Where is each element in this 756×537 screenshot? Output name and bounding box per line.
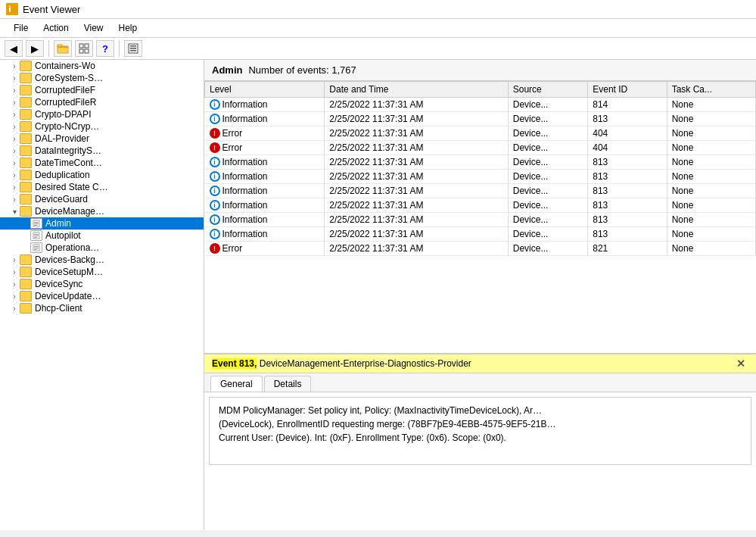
menu-action[interactable]: Action xyxy=(36,20,76,36)
sidebar-item-3[interactable]: ›CorruptedFileR xyxy=(0,96,204,108)
cell-datetime-4: 2/25/2022 11:37:31 AM xyxy=(325,155,508,170)
file-icon-14 xyxy=(30,230,42,241)
sidebar-item-9[interactable]: ›Deduplication xyxy=(0,169,204,181)
info-icon-1: i xyxy=(210,114,220,124)
sidebar-item-14[interactable]: Autopilot xyxy=(0,229,204,242)
svg-rect-17 xyxy=(34,225,37,226)
col-level[interactable]: Level xyxy=(205,82,325,98)
cell-level-4: iInformation xyxy=(205,155,325,170)
table-row-10[interactable]: !Error2/25/2022 11:37:31 AMDevice...821N… xyxy=(205,242,756,256)
menu-view[interactable]: View xyxy=(76,20,111,36)
file-icon-15 xyxy=(30,242,42,253)
sidebar-item-15[interactable]: Operationa… xyxy=(0,242,204,254)
cell-source-3: Device... xyxy=(508,141,588,155)
help-button[interactable]: ? xyxy=(96,40,114,57)
log-title: Admin xyxy=(212,64,242,76)
cell-source-10: Device... xyxy=(508,242,588,256)
detail-content: MDM PolicyManager: Set policy int, Polic… xyxy=(209,397,751,465)
cell-level-10: !Error xyxy=(205,242,325,256)
sidebar-item-1[interactable]: ›CoreSystem-S… xyxy=(0,72,204,84)
svg-rect-25 xyxy=(34,249,37,250)
menu-file[interactable]: File xyxy=(6,20,36,36)
menu-bar: File Action View Help xyxy=(0,19,756,38)
cell-eventid-10: 821 xyxy=(588,242,667,256)
col-eventid[interactable]: Event ID xyxy=(588,82,667,98)
sidebar-item-20[interactable]: ›Dhcp-Client xyxy=(0,302,204,314)
level-text-3: Error xyxy=(222,142,243,153)
sidebar-item-13[interactable]: Admin xyxy=(0,217,204,229)
table-row-8[interactable]: iInformation2/25/2022 11:37:31 AMDevice.… xyxy=(205,213,756,227)
sidebar-item-11[interactable]: ›DeviceGuard xyxy=(0,193,204,205)
cell-datetime-9: 2/25/2022 11:37:31 AM xyxy=(325,227,508,242)
svg-rect-24 xyxy=(34,248,39,248)
detail-close-button[interactable]: ✕ xyxy=(733,357,748,370)
table-row-6[interactable]: iInformation2/25/2022 11:37:31 AMDevice.… xyxy=(205,184,756,198)
svg-rect-23 xyxy=(34,246,39,247)
sidebar-item-8[interactable]: ›DateTimeCont… xyxy=(0,157,204,169)
cell-datetime-7: 2/25/2022 11:37:31 AM xyxy=(325,198,508,213)
sidebar-item-17[interactable]: ›DeviceSetupM… xyxy=(0,266,204,278)
table-row-5[interactable]: iInformation2/25/2022 11:37:31 AMDevice.… xyxy=(205,170,756,184)
sidebar-label-6: DAL-Provider xyxy=(35,133,89,144)
sidebar-item-12[interactable]: ▾DeviceManage… xyxy=(0,205,204,217)
table-row-4[interactable]: iInformation2/25/2022 11:37:31 AMDevice.… xyxy=(205,155,756,170)
level-text-10: Error xyxy=(222,243,243,254)
sidebar-label-8: DateTimeCont… xyxy=(35,158,102,168)
folder-icon-10 xyxy=(20,182,32,192)
folder-icon-5 xyxy=(20,121,32,132)
table-row-7[interactable]: iInformation2/25/2022 11:37:31 AMDevice.… xyxy=(205,198,756,213)
svg-rect-12 xyxy=(130,48,136,49)
open-folder-button[interactable] xyxy=(54,40,72,57)
cell-datetime-8: 2/25/2022 11:37:31 AM xyxy=(325,213,508,227)
table-row-9[interactable]: iInformation2/25/2022 11:37:31 AMDevice.… xyxy=(205,227,756,242)
back-button[interactable]: ◀ xyxy=(5,40,23,57)
level-text-2: Error xyxy=(222,128,243,139)
sidebar-item-10[interactable]: ›Desired State C… xyxy=(0,181,204,193)
detail-title-text: Event 813, DeviceManagement-Enterprise-D… xyxy=(212,358,471,369)
sidebar-item-7[interactable]: ›DataIntegrityS… xyxy=(0,145,204,157)
sidebar-item-2[interactable]: ›CorruptedFileF xyxy=(0,84,204,96)
cell-level-0: iInformation xyxy=(205,98,325,112)
sidebar-item-19[interactable]: ›DeviceUpdate… xyxy=(0,290,204,302)
col-taskcat[interactable]: Task Ca... xyxy=(667,82,755,98)
sidebar-label-16: Devices-Backg… xyxy=(35,254,104,265)
tab-general[interactable]: General xyxy=(210,376,263,392)
sidebar-item-18[interactable]: ›DeviceSync xyxy=(0,278,204,290)
events-table-container[interactable]: Level Date and Time Source Event ID Task… xyxy=(204,81,756,354)
svg-rect-0 xyxy=(8,5,17,14)
level-text-9: Information xyxy=(222,229,268,239)
cell-level-1: iInformation xyxy=(205,112,325,126)
grid-view-button[interactable] xyxy=(75,40,93,57)
sidebar-item-4[interactable]: ›Crypto-DPAPI xyxy=(0,108,204,120)
tab-details[interactable]: Details xyxy=(264,376,312,392)
forward-button[interactable]: ▶ xyxy=(26,40,44,57)
svg-rect-19 xyxy=(34,234,39,235)
svg-rect-15 xyxy=(34,222,39,223)
menu-help[interactable]: Help xyxy=(111,20,145,36)
info-icon-8: i xyxy=(210,214,220,225)
cell-source-6: Device... xyxy=(508,184,588,198)
content-area: Admin Number of events: 1,767 Level Date… xyxy=(204,60,756,530)
table-row-1[interactable]: iInformation2/25/2022 11:37:31 AMDevice.… xyxy=(205,112,756,126)
sidebar-item-5[interactable]: ›Crypto-NCryp… xyxy=(0,120,204,133)
sidebar-label-3: CorruptedFileR xyxy=(35,97,96,108)
cell-source-1: Device... xyxy=(508,112,588,126)
sidebar-item-16[interactable]: ›Devices-Backg… xyxy=(0,254,204,266)
sidebar: ›Containers-Wo›CoreSystem-S…›CorruptedFi… xyxy=(0,60,204,530)
table-row-2[interactable]: !Error2/25/2022 11:37:31 AMDevice...404N… xyxy=(205,126,756,141)
sidebar-item-0[interactable]: ›Containers-Wo xyxy=(0,60,204,72)
properties-button[interactable] xyxy=(124,40,142,57)
cell-source-8: Device... xyxy=(508,213,588,227)
folder-icon-20 xyxy=(20,303,32,314)
table-row-0[interactable]: iInformation2/25/2022 11:37:31 AMDevice.… xyxy=(205,98,756,112)
col-datetime[interactable]: Date and Time xyxy=(325,82,508,98)
detail-content-text: MDM PolicyManager: Set policy int, Polic… xyxy=(219,404,742,445)
table-row-3[interactable]: !Error2/25/2022 11:37:31 AMDevice...404N… xyxy=(205,141,756,155)
detail-title-bar: Event 813, DeviceManagement-Enterprise-D… xyxy=(204,354,756,373)
main-layout: ›Containers-Wo›CoreSystem-S…›CorruptedFi… xyxy=(0,60,756,530)
detail-tabs: General Details xyxy=(204,373,756,392)
sidebar-label-19: DeviceUpdate… xyxy=(35,291,101,301)
cell-taskcat-10: None xyxy=(667,242,755,256)
sidebar-item-6[interactable]: ›DAL-Provider xyxy=(0,133,204,145)
col-source[interactable]: Source xyxy=(508,82,588,98)
